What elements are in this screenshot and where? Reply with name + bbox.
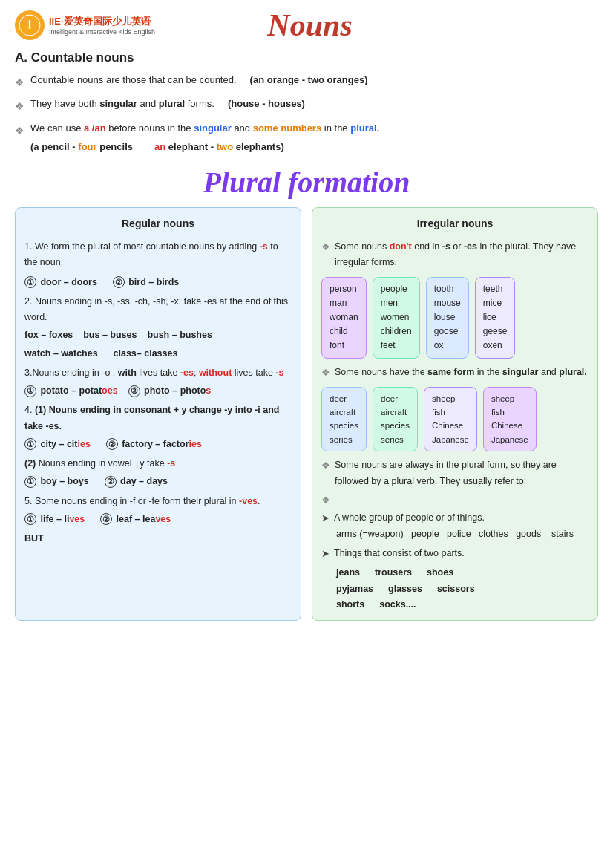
rule-4b: (2) Nouns ending in vowel +y take -s bbox=[24, 456, 292, 471]
rule-5: 5. Some nouns ending in -f or -fe form t… bbox=[24, 494, 292, 509]
left-column: Regular nouns 1. We form the plural of m… bbox=[15, 207, 301, 621]
pairs-6: ① life – lives ② leaf – leaves bbox=[24, 512, 292, 527]
diamond-1: ❖ bbox=[15, 74, 24, 91]
left-col-header: Regular nouns bbox=[24, 215, 292, 233]
shoes: shoes bbox=[427, 565, 453, 581]
bullet-1-text: Countable nouns are those that can be co… bbox=[30, 73, 368, 88]
whole-group-text: A whole group of people or of things. bbox=[334, 510, 485, 526]
diamond-2: ❖ bbox=[15, 98, 24, 114]
bullet-2-text: They have both singular and plural forms… bbox=[30, 97, 305, 112]
right-col-header: Irregular nouns bbox=[321, 215, 589, 233]
things-text: Things that consist of two parts. bbox=[334, 546, 465, 561]
same-form-text: Some nouns have the same form in the sin… bbox=[335, 365, 587, 380]
two-columns: Regular nouns 1. We form the plural of m… bbox=[15, 207, 598, 621]
but-label: BUT bbox=[24, 531, 292, 546]
right-diamond-1: ❖ bbox=[321, 239, 330, 255]
bullet-3: ❖ We can use a /an before nouns in the s… bbox=[15, 121, 598, 155]
arrow-2: ➤ bbox=[321, 546, 330, 562]
same-form-box-3: sheepfishChineseJapanese bbox=[424, 387, 477, 452]
pyjamas: pyjamas bbox=[336, 581, 373, 597]
header: I IIE·爱英奇国际少儿英语 Intelligent & Interactiv… bbox=[15, 7, 598, 43]
same-form-box-4: sheepfishChineseJapanese bbox=[483, 387, 537, 452]
socks: socks.... bbox=[379, 597, 416, 613]
trousers: trousers bbox=[375, 565, 412, 581]
always-plural-rule: ❖ Some nouns are always in the plural fo… bbox=[321, 457, 589, 489]
bullet-1: ❖ Countable nouns are those that can be … bbox=[15, 73, 598, 91]
right-diamond-3: ❖ bbox=[321, 457, 330, 474]
whole-group: ➤ A whole group of people or of things. … bbox=[321, 510, 589, 542]
diamond-3: ❖ bbox=[15, 123, 24, 139]
irregular-rule-1-text: Some nouns don't end in -s or -es in the… bbox=[335, 239, 589, 271]
plural-formation-title: Plural formation bbox=[15, 165, 598, 200]
empty-diamond: ❖ bbox=[321, 492, 589, 509]
irr-box-people: peoplemenwomenchildrenfeet bbox=[373, 277, 420, 359]
rule-4: 4. (1) Nouns ending in consonant + y cha… bbox=[24, 402, 292, 434]
right-column: Irregular nouns ❖ Some nouns don't end i… bbox=[312, 207, 598, 621]
irregular-boxes: personmanwomanchildfont peoplemenwomench… bbox=[321, 277, 589, 359]
always-plural-text: Some nouns are always in the plural form… bbox=[335, 457, 589, 489]
same-form-box-1: deeraircraftspeciesseries bbox=[321, 387, 367, 452]
logo-main-text: IIE·爱英奇国际少儿英语 bbox=[49, 15, 155, 28]
jeans: jeans bbox=[336, 565, 360, 581]
rule-3: 3.Nouns ending in -o , with lives take -… bbox=[24, 365, 292, 381]
page-title: Nouns bbox=[155, 7, 465, 43]
logo-icon: I bbox=[15, 10, 45, 40]
things-two-parts: ➤ Things that consist of two parts. jean… bbox=[321, 546, 589, 613]
pairs-4: ① city – cities ② factory – factories bbox=[24, 437, 292, 452]
things-words: jeans trousers shoes pyjamas glasses sci… bbox=[336, 565, 589, 613]
pairs-2b: watch – watches class– classes bbox=[24, 346, 292, 362]
svg-text:I: I bbox=[28, 19, 31, 31]
irr-box-person: personmanwomanchildfont bbox=[321, 277, 367, 359]
bullet-3-content: We can use a /an before nouns in the sin… bbox=[30, 121, 379, 155]
pairs-2: fox – foxes bus – buses bush – bushes bbox=[24, 327, 292, 343]
section-a: A. Countable nouns ❖ Countable nouns are… bbox=[15, 50, 598, 154]
shorts: shorts bbox=[336, 597, 364, 613]
rule-1: 1. We form the plural of most countable … bbox=[24, 239, 292, 271]
section-a-title: A. Countable nouns bbox=[15, 50, 598, 65]
logo-sub-text: Intelligent & Interactive Kids English bbox=[49, 28, 155, 36]
scissors: scissors bbox=[437, 581, 475, 597]
pairs-5: ① boy – boys ② day – days bbox=[24, 474, 292, 489]
irr-box-tooth: toothmouselousegooseox bbox=[426, 277, 469, 359]
right-diamond-2: ❖ bbox=[321, 365, 330, 381]
bullet-2: ❖ They have both singular and plural for… bbox=[15, 97, 598, 114]
logo-text: IIE·爱英奇国际少儿英语 Intelligent & Interactive … bbox=[49, 15, 155, 36]
same-form-boxes: deeraircraftspeciesseries deeraircraftsp… bbox=[321, 387, 589, 452]
whole-group-words: arms (=weapon) people police clothes goo… bbox=[336, 526, 589, 542]
rule-2: 2. Nouns ending in -s, -ss, -ch, -sh, -x… bbox=[24, 294, 292, 326]
pairs-3: ① potato – potatoes ② photo – photos bbox=[24, 383, 292, 399]
pairs-1: ① door – doors ② bird – birds bbox=[24, 275, 292, 290]
same-form-box-2: deeraircraftspeciesseries bbox=[373, 387, 418, 452]
irr-box-teeth: teethmicelicegeeseoxen bbox=[475, 277, 516, 359]
irregular-rule-1: ❖ Some nouns don't end in -s or -es in t… bbox=[321, 239, 589, 271]
glasses: glasses bbox=[388, 581, 422, 597]
logo-area: I IIE·爱英奇国际少儿英语 Intelligent & Interactiv… bbox=[15, 10, 155, 40]
same-form-rule: ❖ Some nouns have the same form in the s… bbox=[321, 365, 589, 381]
arrow-1: ➤ bbox=[321, 510, 330, 526]
